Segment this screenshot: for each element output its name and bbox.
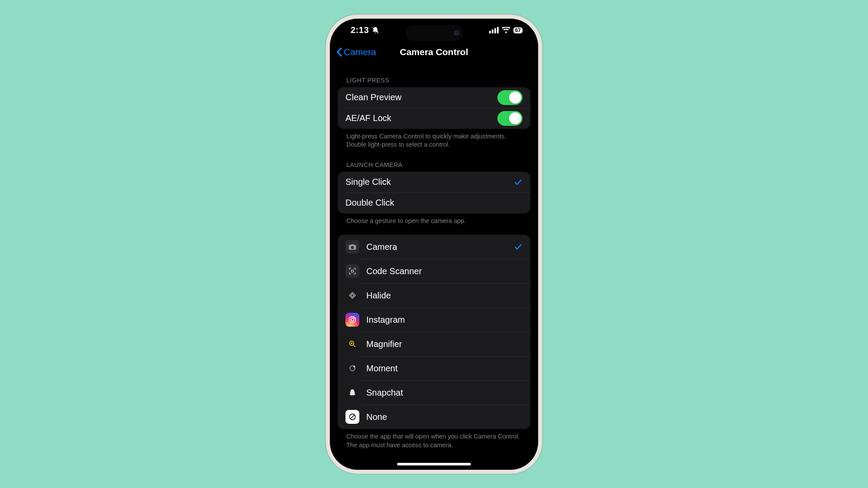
row-label: Instagram: [366, 315, 523, 325]
wifi-icon: [502, 27, 510, 33]
checkmark-icon: [514, 178, 523, 187]
row-label: Halide: [366, 291, 523, 301]
svg-line-14: [350, 415, 355, 419]
row-label: Clean Preview: [345, 92, 497, 102]
svg-point-12: [354, 366, 355, 367]
row-app-snapchat[interactable]: Snapchat: [338, 380, 530, 405]
dynamic-island: [405, 25, 463, 41]
section-header-light-press: Light Press: [338, 62, 530, 87]
moment-app-icon: [345, 361, 359, 375]
checkmark-icon: [514, 242, 523, 251]
group-app-list: Camera Code Scanner Halide: [338, 235, 530, 429]
row-label: Camera: [366, 242, 514, 252]
group-launch-camera: Single Click Double Click: [338, 172, 530, 213]
row-app-instagram[interactable]: Instagram: [338, 308, 530, 332]
svg-rect-3: [351, 294, 354, 297]
row-clean-preview[interactable]: Clean Preview: [338, 87, 530, 108]
footer-apps: Choose the app that will open when you c…: [338, 429, 530, 449]
none-app-icon: [345, 410, 359, 424]
svg-line-8: [354, 345, 355, 347]
svg-point-5: [351, 318, 354, 321]
magnifier-app-icon: [345, 337, 359, 351]
camera-dot-icon: [454, 30, 459, 36]
camera-app-icon: [345, 240, 359, 254]
section-header-launch-camera: Launch Camera: [338, 149, 530, 172]
page-title: Camera Control: [400, 47, 468, 57]
row-app-code-scanner[interactable]: Code Scanner: [338, 259, 530, 283]
cellular-signal-icon: [489, 27, 499, 33]
status-time: 2:13: [351, 25, 369, 35]
row-app-halide[interactable]: Halide: [338, 283, 530, 308]
toggle-clean-preview[interactable]: [497, 90, 523, 105]
row-double-click[interactable]: Double Click: [338, 193, 530, 213]
nav-bar: Camera Camera Control: [330, 42, 538, 62]
instagram-app-icon: [345, 313, 359, 327]
phone-screen: 2:13 67 Camer: [330, 19, 538, 470]
row-label: Snapchat: [366, 388, 523, 398]
chevron-left-icon: [336, 47, 343, 57]
row-label: Single Click: [345, 177, 514, 187]
row-label: Moment: [366, 364, 523, 373]
group-light-press: Clean Preview AE/AF Lock: [338, 87, 530, 129]
row-label: Double Click: [345, 198, 523, 208]
footer-light-press: Light-press Camera Control to quickly ma…: [338, 129, 530, 149]
back-label: Camera: [344, 47, 376, 57]
row-app-moment[interactable]: Moment: [338, 356, 530, 380]
row-app-magnifier[interactable]: Magnifier: [338, 332, 530, 356]
toggle-aeaf-lock[interactable]: [497, 111, 523, 126]
row-app-camera[interactable]: Camera: [338, 235, 530, 259]
row-label: AE/AF Lock: [345, 113, 497, 123]
svg-point-6: [354, 318, 355, 318]
footer-launch-camera: Choose a gesture to open the camera app.: [338, 213, 530, 226]
row-app-none[interactable]: None: [338, 405, 530, 429]
snapchat-app-icon: [345, 386, 359, 400]
home-indicator[interactable]: [397, 463, 471, 465]
row-label: None: [366, 412, 523, 422]
halide-app-icon: [345, 288, 359, 302]
svg-rect-2: [349, 292, 355, 298]
row-aeaf-lock[interactable]: AE/AF Lock: [338, 108, 530, 129]
code-scanner-app-icon: [345, 264, 359, 278]
svg-rect-1: [352, 270, 354, 272]
battery-level: 67: [513, 27, 523, 33]
row-label: Magnifier: [366, 339, 523, 349]
row-label: Code Scanner: [366, 266, 523, 276]
back-button[interactable]: Camera: [336, 42, 376, 62]
phone-frame: 2:13 67 Camer: [326, 14, 542, 474]
silent-bell-icon: [372, 26, 379, 34]
row-single-click[interactable]: Single Click: [338, 172, 530, 193]
